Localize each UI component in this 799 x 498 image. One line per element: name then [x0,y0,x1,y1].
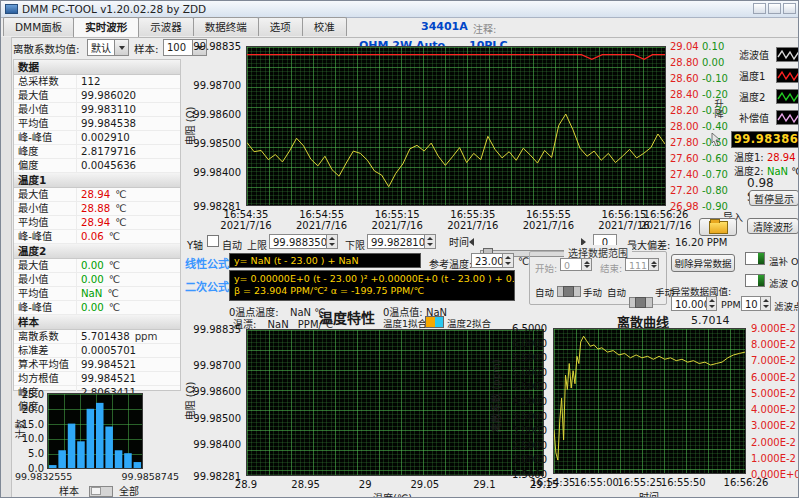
yaxis-label: Y轴 [187,237,203,252]
stats-row-value: 2.8179716 [77,145,136,158]
filter-points-input[interactable]: 10 [741,296,761,311]
updown-scroll-control[interactable]: 升降 [713,99,725,118]
sample-all-toggle[interactable] [89,486,113,497]
range-start-input[interactable]: 0 [560,258,582,271]
stats-row-unit: ℃ [109,259,120,272]
stats-row-unit: ℃ [107,287,118,300]
legend-swatch-icon[interactable] [776,110,799,125]
temp-chart-xlabel: 温度(℃) [373,490,412,498]
axis-tick: 27.20 [670,185,699,196]
axis-tick: 29.04 [670,41,699,52]
pause-display-button[interactable]: 暂停显示 [749,190,799,206]
stats-row: 最大值0.00℃ [14,259,180,273]
legend-item-label: 温度1 [739,68,773,83]
stats-row-value: 112 [77,75,100,88]
stats-row-label: 算术平均值 [14,358,77,371]
fit-color-swatch[interactable] [425,316,444,328]
dispersion-yaxis-left: 6.50006.00005.50005.00004.50004.00003.50… [505,328,549,474]
close-button[interactable] [783,3,796,14]
maximize-button[interactable] [768,3,781,14]
histogram-yaxis: 25.020.015.010.05.00.0 [21,394,46,468]
range1-auto-manual-toggle[interactable] [557,286,581,297]
remove-outlier-button[interactable]: 剔除异常数据 [671,254,735,272]
axis-tick: 28.60 [670,73,699,84]
legend-item[interactable]: 温度2 [739,88,799,105]
outlier-threshold-spinner[interactable] [707,296,717,311]
axis-tick: 99.98835 [193,41,241,52]
title-bar[interactable]: DMM PC-TOOL v1.20.02.28 by ZDD [1,1,799,18]
stats-row: 平均值NaN℃ [14,287,180,301]
lower-limit-spinner[interactable] [425,234,436,249]
stats-row-label: 峰度 [14,145,77,158]
axis-tick: 3.0000 [512,425,547,436]
axis-tick: 3.000E-2 [751,420,796,431]
minimize-button[interactable] [753,3,766,14]
cv-mean-dropdown[interactable]: 默认 [87,39,129,56]
filter-points-spinner[interactable] [761,296,771,311]
chevron-down-icon[interactable] [114,40,128,55]
stats-row-unit: ℃ [115,216,126,229]
axis-tick: 29.05 [410,479,439,490]
axis-tick: 16:54:352021/7/16 [220,209,271,231]
tab-1[interactable]: DMM面板 [3,17,74,36]
axis-tick: 16:55:152021/7/16 [372,209,423,231]
legend-item-label: 补偿值 [739,110,773,125]
legend-swatch-icon[interactable] [776,89,799,104]
tab-5[interactable]: 选项 [258,17,303,36]
quad-formula-line2: β = 23.904 PPM/℃² α = -199.75 PPM/℃ [234,285,514,296]
legend-item[interactable]: 补偿值 [739,109,799,126]
dispersion-current-value: 5.7014 [691,314,730,327]
stats-row: 均方根值99.984521 [14,372,180,386]
legend-swatch-icon[interactable] [776,47,799,62]
stats-row-value: 99.986020 [77,89,136,102]
temp1-axis: 29.0428.8028.6028.4028.2028.0027.8027.60… [668,46,698,206]
ref-temp-input[interactable]: 23.00 [471,253,503,268]
dispersion-ylabel: 离散系数 (ppm) [488,359,503,432]
stats-row-label: 最小值 [14,202,77,215]
tab-2[interactable]: 实时波形 [73,17,139,37]
import-button[interactable] [699,218,737,236]
ref-temp-spinner[interactable] [503,253,514,268]
legend-swatch-icon[interactable] [776,68,799,83]
stats-row-label: 偏度 [14,159,77,172]
clear-waveform-button[interactable]: 清除波形 [747,218,799,234]
tab-4[interactable]: 数据终端 [193,17,259,36]
lower-limit-input[interactable]: 99.982810 [367,234,425,249]
axis-tick: 99.98281 [193,471,241,482]
range-start-spinner[interactable] [582,258,592,271]
outlier-threshold-input[interactable]: 10.000 [671,296,707,311]
measurement-readout: 99.98386 [731,131,799,148]
stats-row-unit: ℃ [109,273,120,286]
main-chart-xaxis: 16:54:352021/7/1616:54:552021/7/1616:55:… [246,209,666,233]
axis-tick: 16:56:262021/7/16 [640,209,691,231]
stats-row-value: NaN [77,287,102,300]
linear-formula-label: 线性公式: [185,255,233,271]
legend-item[interactable]: 滤波值 [739,46,799,63]
upper-limit-spinner[interactable] [327,234,338,249]
range2-auto-manual-toggle[interactable] [629,297,653,308]
tab-strip: DMM面板实时波形示波器数据终端选项校准 [1,17,799,37]
dispersion-yaxis-right: 9.000E-28.000E-27.000E-26.000E-25.000E-2… [749,328,799,474]
stats-row-value: 0.00 [77,301,104,314]
upper-limit-input[interactable]: 99.988350 [269,234,327,249]
tab-3[interactable]: 示波器 [138,17,194,36]
stats-row: 峰-峰值0.002910 [14,131,180,145]
range-end-input[interactable]: 111 [625,258,649,271]
legend-item[interactable]: 温度1 [739,67,799,84]
stats-row-label: 总采样数 [14,75,77,88]
sample-label: 样本: [134,41,159,56]
time-slider-label: 时间 [449,234,469,249]
fit1-label: 温度1拟合 [383,316,427,330]
range-end-spinner[interactable] [649,258,659,271]
stats-row-unit: ℃ [109,230,120,243]
slider-left-arrow[interactable] [469,238,474,246]
axis-tick: 2.5000 [512,439,547,450]
filter-toggle[interactable] [745,274,765,287]
sample-toggle-label: 样本 [59,483,79,498]
axis-tick: 16:54:552021/7/16 [296,209,347,231]
stats-row-value: 0.002910 [77,131,130,144]
yaxis-auto-checkbox[interactable] [207,235,219,247]
tab-6[interactable]: 校准 [302,17,347,36]
temp-comp-toggle[interactable] [745,252,765,265]
stats-row-unit: ppm [135,330,158,343]
